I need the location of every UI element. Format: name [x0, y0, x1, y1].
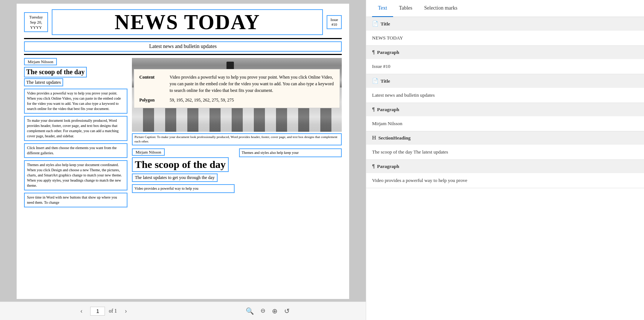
zoom-out-icon[interactable]: 🔍: [246, 307, 254, 315]
results-content: 📄 Title NEWS TODAY ¶ Paragraph Issue #10…: [366, 17, 644, 320]
sub-heading-1: The latest updates: [24, 78, 63, 86]
result-header-label-4: SectionHeading: [378, 135, 410, 141]
result-value-1: Issue #10: [366, 59, 644, 74]
rotate-icon[interactable]: ↺: [284, 307, 290, 315]
fit-page-icon[interactable]: ⊕: [272, 307, 277, 315]
result-header-label-1: Paragraph: [377, 49, 399, 55]
document-toolbar: ‹ of 1 › 🔍 ⊖ ⊕ ↺: [0, 302, 366, 320]
subtitle-text: Latest news and bulletin updates: [149, 44, 217, 49]
text-block-1: Video provides a powerful way to help yo…: [24, 89, 127, 114]
right-column: Content Video provides a powerful way to…: [132, 58, 342, 210]
result-icon-3: ¶: [372, 107, 375, 113]
tooltip-polygon-value: 59, 195, 262, 195, 262, 275, 59, 275: [170, 94, 334, 103]
result-header-1: ¶ Paragraph: [366, 46, 644, 59]
section-heading-1: The scoop of the day: [24, 67, 87, 78]
main-columns: Mirjam Nilsson The scoop of the day The …: [24, 58, 342, 210]
text-block-5: Save time in Word with new buttons that …: [24, 193, 127, 207]
issue-text: Issue #10: [330, 18, 338, 27]
result-header-label-0: Title: [381, 21, 390, 27]
newspaper-title: NEWS TODAY: [56, 12, 318, 32]
large-heading: The scoop of the day: [132, 157, 229, 172]
result-section-4: H SectionHeading The scoop of the day Th…: [366, 131, 644, 160]
tab-text[interactable]: Text: [372, 0, 393, 17]
text-block-3: Click Insert and then choose the element…: [24, 143, 127, 158]
tooltip-label: Content: [139, 74, 169, 94]
result-section-2: 📄 Title Latest news and bulletin updates: [366, 74, 644, 103]
result-icon-5: ¶: [372, 164, 375, 169]
issue-box: Issue #10: [327, 15, 342, 29]
page-of-label: of 1: [109, 308, 117, 314]
latest-updates-tag: The latest updates to get you through th…: [132, 173, 218, 182]
result-header-2: 📄 Title: [366, 74, 644, 88]
result-value-2: Latest news and bulletin updates: [366, 88, 644, 103]
result-header-4: H SectionHeading: [366, 131, 644, 145]
result-icon-0: 📄: [372, 21, 378, 27]
zoom-in-icon[interactable]: ⊖: [260, 307, 265, 315]
result-value-4: The scoop of the day The latest updates: [366, 145, 644, 159]
result-header-5: ¶ Paragraph: [366, 160, 644, 173]
divider: [24, 54, 342, 55]
prev-page-button[interactable]: ‹: [76, 306, 86, 316]
image-container: Content Video provides a powerful way to…: [132, 58, 342, 132]
result-value-0: NEWS TODAY: [366, 31, 644, 45]
result-value-5: Video provides a powerful way to help yo…: [366, 173, 644, 188]
result-icon-4: H: [372, 135, 376, 141]
newspaper-title-box: NEWS TODAY: [52, 9, 323, 35]
text-block-2: To make your document look professionall…: [24, 116, 127, 141]
result-header-label-5: Paragraph: [377, 164, 399, 169]
document-viewer: Tuesday Sep 20, YYYY NEWS TODAY Issue #1…: [0, 0, 366, 320]
result-section-1: ¶ Paragraph Issue #10: [366, 46, 644, 74]
right-panel: Text Tables Selection marks 📄 Title NEWS…: [366, 0, 644, 320]
result-header-3: ¶ Paragraph: [366, 103, 644, 116]
author-tag-1: Mirjam Nilsson: [24, 58, 57, 65]
date-text: Tuesday Sep 20, YYYY: [29, 15, 43, 30]
result-value-3: Mirjam Nilsson: [366, 116, 644, 131]
page-input[interactable]: [90, 307, 105, 316]
toolbar-icons: 🔍 ⊖ ⊕ ↺: [246, 307, 290, 315]
result-icon-2: 📄: [372, 78, 378, 84]
left-column: Mirjam Nilsson The scoop of the day The …: [24, 58, 127, 210]
next-page-button[interactable]: ›: [121, 306, 131, 316]
image-caption: Picture Caption: To make your document l…: [132, 133, 342, 145]
tooltip-box: Content Video provides a powerful way to…: [134, 69, 340, 108]
tooltip-polygon-label: Polygon: [139, 94, 169, 103]
right-tabs: Text Tables Selection marks: [366, 0, 644, 17]
result-section-5: ¶ Paragraph Video provides a powerful wa…: [366, 160, 644, 188]
subtitle-bar: Latest news and bulletin updates: [24, 41, 342, 52]
author-tag-2: Mirjam Nilsson: [132, 148, 165, 156]
tab-tables[interactable]: Tables: [393, 0, 418, 17]
result-header-0: 📄 Title: [366, 17, 644, 31]
cut-off-block: Video provides a powerful way to help yo…: [132, 184, 235, 193]
bottom-right-block: Themes and styles also help keep your: [239, 148, 342, 157]
newspaper-header: Tuesday Sep 20, YYYY NEWS TODAY Issue #1…: [24, 9, 342, 39]
result-section-0: 📄 Title NEWS TODAY: [366, 17, 644, 46]
tab-selection-marks[interactable]: Selection marks: [418, 0, 463, 17]
result-icon-1: ¶: [372, 49, 375, 55]
document-content: Tuesday Sep 20, YYYY NEWS TODAY Issue #1…: [0, 0, 366, 302]
result-header-label-2: Title: [381, 78, 390, 84]
newspaper-page: Tuesday Sep 20, YYYY NEWS TODAY Issue #1…: [17, 4, 349, 299]
result-section-3: ¶ Paragraph Mirjam Nilsson: [366, 103, 644, 131]
result-header-label-3: Paragraph: [377, 107, 399, 113]
date-box: Tuesday Sep 20, YYYY: [24, 12, 48, 32]
text-block-4: Themes and styles also help keep your do…: [24, 160, 127, 190]
tooltip-content: Video provides a powerful way to help yo…: [170, 74, 334, 94]
